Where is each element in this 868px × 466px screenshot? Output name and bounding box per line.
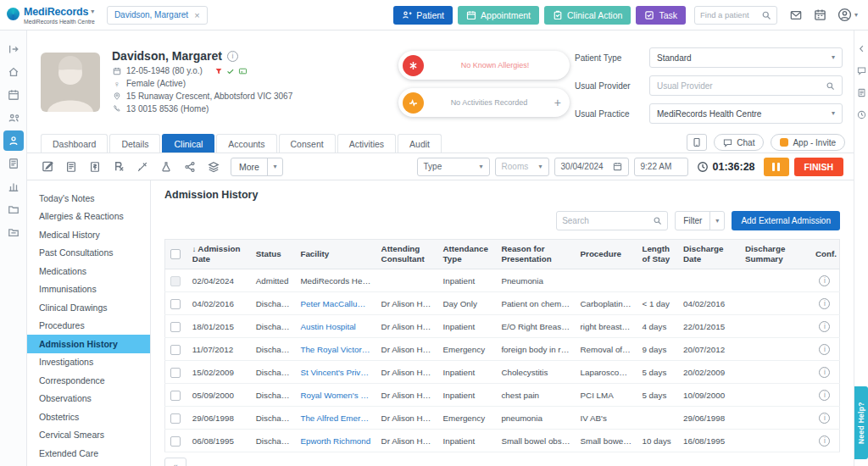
date-picker[interactable]: 30/04/2024 [554,158,629,176]
table-row[interactable]: 29/06/1998 Discharged The Alfred Emergen… [165,407,840,430]
row-checkbox[interactable] [170,299,181,309]
usual-practice-select[interactable]: MediRecords Health Centre ▾ [649,103,843,124]
rail-documents-folder-icon[interactable] [3,199,24,219]
mail-icon[interactable] [789,9,803,21]
row-info-icon[interactable]: i [819,275,830,286]
new-clinical-action-button[interactable]: Clinical Action [544,6,631,25]
new-consult-note-icon[interactable] [37,158,58,176]
tab[interactable]: Accounts [216,134,276,153]
rail-reports-icon[interactable] [3,176,24,197]
sidebar-item[interactable]: Observations [27,390,150,408]
row-info-icon[interactable]: i [819,321,830,332]
col-facility[interactable]: Facility [295,240,376,269]
row-info-icon[interactable]: i [819,344,830,355]
col-discharge-date[interactable]: Discharge Date [678,240,740,269]
col-discharge-summary[interactable]: Discharge Summary [740,240,810,269]
rail-archive-folder-icon[interactable] [3,222,24,242]
sidebar-item[interactable]: Extended Care [27,444,150,463]
row-info-icon[interactable]: i [819,390,830,401]
add-external-admission-button[interactable]: Add External Admission [732,211,840,230]
table-row[interactable]: 15/02/2009 Discharged St Vincent's Priva… [165,361,840,384]
more-dropdown[interactable]: More ▾ [231,158,283,176]
sidebar-item[interactable]: Obstetrics [27,408,150,426]
admission-search-input[interactable] [562,216,649,225]
sidebar-item[interactable]: Medications [27,262,150,280]
calendar-icon[interactable] [814,8,826,21]
facility-cell[interactable]: MediRecords Health Centre [295,269,376,292]
row-checkbox[interactable] [170,368,181,378]
activity-alert-card[interactable]: No Activities Recorded + [398,88,570,117]
referral-icon[interactable] [180,158,200,176]
table-row[interactable]: 06/08/1995 Discharged Epworth Richmond D… [165,430,840,452]
row-checkbox[interactable] [170,436,181,447]
new-patient-button[interactable]: Patient [393,6,453,25]
col-status[interactable]: Status [251,240,296,269]
account-menu[interactable]: ▾ [837,8,858,22]
table-row[interactable]: 04/02/2016 Discharged Peter MacCallum Ca… [165,292,840,315]
rail-menu-toggle-icon[interactable] [3,39,24,59]
open-patient-tab[interactable]: Davidson, Margaret × [107,6,208,25]
rail-calendar-icon[interactable] [3,85,24,105]
tab[interactable]: Activities [337,134,396,153]
rail-home-icon[interactable] [3,62,24,82]
table-row[interactable]: 05/09/2000 Discharged Royal Women's Hosp… [165,384,840,407]
new-appointment-button[interactable]: Appointment [458,6,539,25]
quick-notes-icon[interactable] [857,88,866,97]
time-picker[interactable]: 9:22 AM [634,158,688,176]
sidebar-item[interactable]: Immunisations [27,280,150,299]
invoice-icon[interactable] [85,158,105,176]
rail-contacts-icon[interactable] [3,108,24,128]
allergy-alert-card[interactable]: No Known Allergies! [398,51,570,80]
row-checkbox[interactable] [170,322,181,332]
find-patient-input[interactable] [700,10,758,19]
row-info-icon[interactable]: i [819,367,830,378]
sidebar-item[interactable]: Clinical Drawings [27,298,150,317]
tab[interactable]: Clinical [162,134,214,153]
immunisation-icon[interactable] [132,158,153,176]
tab[interactable]: Consent [279,134,336,153]
col-attending-consultant[interactable]: Attending Consultant [376,240,438,269]
telehealth-icon[interactable] [687,134,707,151]
facility-cell[interactable]: Austin Hospital [295,315,376,338]
close-tab-icon[interactable]: × [194,10,199,20]
sidebar-item[interactable]: Today's Notes [27,189,150,208]
col-reason[interactable]: Reason for Presentation [496,240,575,269]
col-attendance-type[interactable]: Attendance Type [438,240,497,269]
tab[interactable]: Details [109,134,160,153]
row-checkbox[interactable] [170,413,181,424]
medicare-flag-icon[interactable] [238,67,248,75]
type-select[interactable]: Type ▾ [417,158,490,176]
consent-flag-icon[interactable] [226,67,235,75]
row-info-icon[interactable]: i [819,413,830,424]
chat-button[interactable]: Chat [714,134,764,151]
usual-provider-input[interactable] [657,81,821,91]
find-patient-search[interactable] [694,6,777,25]
table-row[interactable]: 11/07/2012 Discharged The Royal Victoria… [165,338,840,361]
quick-chat-icon[interactable] [857,66,866,75]
usual-provider-search[interactable] [649,75,843,96]
pause-timer-button[interactable] [764,158,789,176]
sidebar-item[interactable]: Medical History [27,225,150,244]
row-checkbox[interactable] [170,391,181,401]
facility-cell[interactable]: The Royal Victorian Eye a... [295,338,376,361]
col-length-of-stay[interactable]: Length of Stay [637,240,678,269]
app-invite-button[interactable]: App - Invite [771,134,845,151]
tab[interactable]: Audit [398,134,442,153]
row-checkbox[interactable] [170,276,181,286]
rail-clinical-records-icon[interactable] [3,153,24,174]
quick-history-icon[interactable] [857,110,866,119]
facility-cell[interactable]: Epworth Richmond [295,430,376,452]
table-row[interactable]: 02/04/2024 Admitted MediRecords Health C… [165,269,840,292]
add-activity-icon[interactable]: + [554,97,561,108]
filter-dropdown[interactable]: Filter ▾ [675,211,725,230]
pathology-icon[interactable] [156,158,176,176]
admission-search[interactable] [556,211,668,230]
sidebar-item[interactable]: Procedures [27,317,150,336]
new-task-button[interactable]: Task [636,6,686,25]
templates-icon[interactable] [203,158,224,176]
finish-button[interactable]: FINISH [794,158,843,176]
rail-patient-icon[interactable] [3,130,24,151]
sidebar-item[interactable]: Correspondence [27,371,150,390]
select-all-checkbox[interactable] [170,249,181,259]
app-logo[interactable]: MediRecords ▾ MediRecords Health Centre [7,6,95,25]
